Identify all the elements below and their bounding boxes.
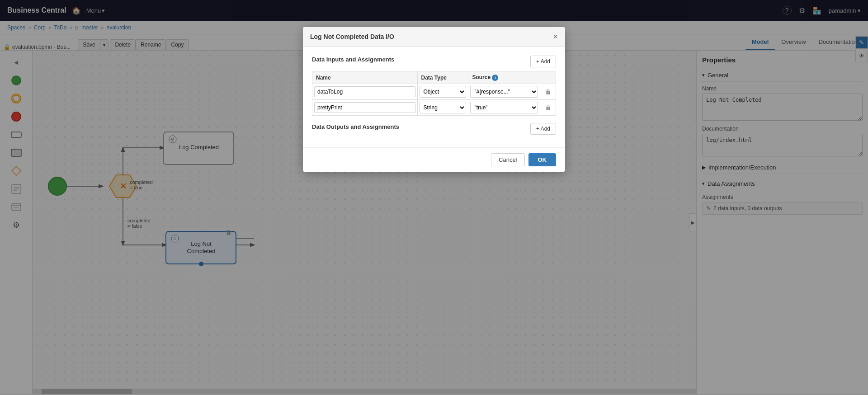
col-actions-header (540, 71, 556, 84)
modal-header: Log Not Completed Data I/O × (303, 27, 565, 47)
table-row: Object String Integer Boolean "true" 🗑 (312, 100, 556, 116)
table-row: Object String Integer Boolean "#{respons… (312, 84, 556, 100)
modal-overlay: Log Not Completed Data I/O × Data Inputs… (0, 0, 868, 395)
add-output-button[interactable]: + Add (530, 123, 556, 135)
modal-dialog: Log Not Completed Data I/O × Data Inputs… (303, 27, 565, 172)
col-name-header: Name (312, 71, 418, 84)
add-input-button[interactable]: + Add (530, 56, 556, 67)
row1-datatype-select[interactable]: Object String Integer Boolean (420, 86, 467, 98)
row2-delete-button[interactable]: 🗑 (542, 103, 554, 112)
modal-footer: Cancel OK (303, 147, 565, 172)
col-source-header: Source i (468, 71, 540, 84)
row2-source-select[interactable]: "true" (470, 102, 538, 113)
col-datatype-header: Data Type (417, 71, 468, 84)
ok-button[interactable]: OK (528, 153, 557, 166)
data-inputs-table: Name Data Type Source i (312, 71, 556, 116)
row1-name-input[interactable] (314, 86, 415, 97)
modal-title: Log Not Completed Data I/O (310, 33, 394, 40)
data-inputs-title: Data Inputs and Assignments (312, 56, 394, 63)
row2-name-input[interactable] (314, 102, 415, 113)
row2-datatype-select[interactable]: Object String Integer Boolean (420, 102, 467, 113)
source-info-icon[interactable]: i (492, 75, 498, 81)
modal-close-button[interactable]: × (553, 33, 558, 41)
cancel-button[interactable]: Cancel (491, 153, 524, 166)
row1-delete-button[interactable]: 🗑 (542, 87, 554, 96)
data-outputs-title: Data Outputs and Assignments (312, 123, 399, 130)
modal-body: Data Inputs and Assignments + Add Name D… (303, 47, 565, 147)
row1-source-select[interactable]: "#{response..." (470, 86, 538, 98)
